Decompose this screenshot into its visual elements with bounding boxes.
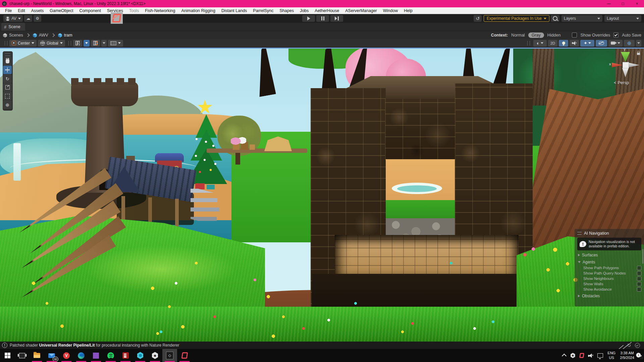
camera-dropdown[interactable] (608, 40, 623, 47)
menu-assets[interactable]: Assets (28, 8, 47, 13)
cloud-button[interactable]: ☁ (24, 15, 32, 22)
orientation-dropdown[interactable]: Global (38, 40, 65, 47)
menu-aetherhouse[interactable]: AetherHouse (312, 8, 342, 13)
settings-button[interactable]: ⚙ (34, 15, 41, 22)
gizmo-right-axis[interactable] (629, 63, 639, 67)
snap-increment-dropdown[interactable] (101, 40, 107, 47)
drag-handle[interactable] (527, 41, 530, 46)
layout-dropdown[interactable]: Layout (604, 15, 641, 22)
hand-tool-button[interactable] (3, 57, 12, 65)
rotate-tool-button[interactable]: ↻ (3, 74, 12, 83)
tab-scene[interactable]: # Scene (1, 23, 25, 31)
show-avoidance-checkbox[interactable] (637, 287, 641, 292)
lighting-toggle[interactable] (559, 40, 568, 47)
taskbar-edge[interactable] (74, 349, 89, 362)
hidden-objects-toggle[interactable] (596, 40, 607, 47)
taskbar-unity-hub[interactable]: ◆ (148, 349, 162, 362)
status-message[interactable]: Patched shader Universal Render Pipeline… (10, 343, 179, 348)
clock[interactable]: 3:38 AM2/9/2024 (620, 351, 634, 360)
step-button[interactable] (330, 15, 343, 22)
context-hidden[interactable]: Hidden (547, 33, 561, 38)
taskbar-vivaldi[interactable]: V (59, 349, 74, 362)
volume-muted-icon[interactable]: × (588, 353, 593, 358)
menu-aservermanager[interactable]: AServerManager (342, 8, 380, 13)
surfaces-foldout[interactable]: Surfaces (575, 251, 644, 258)
close-button[interactable]: × (630, 0, 644, 7)
pause-button[interactable] (316, 15, 329, 22)
auto-refresh-off-icon[interactable]: ↻ (627, 342, 631, 348)
context-normal[interactable]: Normal (511, 33, 525, 38)
gizmo-down-axis[interactable] (622, 68, 629, 77)
menu-shapes[interactable]: Shapes (276, 8, 297, 13)
pivot-mode-dropdown[interactable]: Center (9, 40, 37, 47)
lock-icon[interactable] (637, 53, 640, 55)
minimize-button[interactable]: — (602, 0, 616, 7)
menu-window[interactable]: Window (380, 8, 401, 13)
snap-increment-button[interactable] (91, 40, 100, 47)
show-walls-row[interactable]: Show Walls (575, 281, 644, 287)
start-button[interactable] (0, 349, 15, 362)
show-path-query-nodes-row[interactable]: Show Path Query Nodes (575, 270, 644, 276)
auto-save-checkbox[interactable] (613, 33, 619, 38)
audio-toggle[interactable]: × (570, 40, 579, 47)
play-button[interactable] (302, 15, 315, 22)
show-neighbours-checkbox[interactable] (637, 277, 641, 281)
progress-idle-icon[interactable] (635, 343, 640, 348)
gizmo-center-cube[interactable] (623, 62, 629, 68)
gizmos-options-dropdown[interactable] (636, 40, 641, 47)
agents-foldout[interactable]: Agents (575, 258, 644, 265)
transform-tool-button[interactable]: ⊕ (3, 101, 12, 109)
obstacles-foldout[interactable]: Obstacles (575, 292, 644, 299)
console-warning-icon[interactable]: ! (2, 343, 7, 348)
move-tool-button[interactable] (3, 66, 12, 74)
menu-help[interactable]: Help (401, 8, 416, 13)
palette-drag-handle[interactable] (3, 53, 12, 57)
gizmos-dropdown[interactable]: ⊕ (624, 40, 635, 47)
taskbar-mail[interactable]: 32 (44, 349, 59, 362)
2d-toggle[interactable]: 2D (548, 40, 557, 47)
taskbar-spotify[interactable] (103, 349, 118, 362)
perspective-toggle[interactable]: < Persp (614, 80, 629, 85)
task-view-button[interactable] (15, 349, 30, 362)
show-path-query-nodes-checkbox[interactable] (637, 271, 641, 276)
context-gray-selected[interactable]: Gray (528, 33, 544, 38)
drag-handle[interactable] (68, 41, 71, 46)
tray-unity-hub-icon[interactable]: ◆ (570, 353, 575, 358)
show-walls-checkbox[interactable] (637, 282, 641, 286)
layers-dropdown[interactable]: Layers (561, 15, 602, 22)
hidden-icons-chevron[interactable] (562, 354, 567, 358)
show-path-polygons-row[interactable]: Show Path Polygons (575, 265, 644, 270)
gizmo-x-axis[interactable] (612, 63, 623, 67)
show-avoidance-row[interactable]: Show Avoidance (575, 287, 644, 292)
menu-parrelsync[interactable]: ParrelSync (250, 8, 276, 13)
account-dropdown[interactable]: AV (3, 15, 23, 22)
show-neighbours-row[interactable]: Show Neighbours (575, 276, 644, 281)
undo-history-button[interactable]: ↺ (474, 15, 482, 22)
gizmo-y-axis[interactable] (621, 52, 630, 62)
menu-jobs[interactable]: Jobs (297, 8, 312, 13)
grid-snap-button[interactable]: Y (73, 40, 82, 47)
menu-gameobject[interactable]: GameObject (47, 8, 76, 13)
panel-drag-handle[interactable] (577, 232, 582, 235)
scale-tool-button[interactable] (3, 83, 12, 92)
grid-axis-dropdown[interactable] (84, 40, 90, 47)
menu-fish-networking[interactable]: Fish-Networking (142, 8, 178, 13)
menu-distant-lands[interactable]: Distant Lands (218, 8, 250, 13)
breadcrumb-scenes[interactable]: Scenes (9, 33, 23, 38)
taskbar-visual-studio[interactable] (89, 349, 103, 362)
experimental-packages-dropdown[interactable]: Experimental Packages In Use (484, 15, 549, 22)
search-button[interactable] (551, 15, 559, 22)
scene-viewport[interactable]: ↻ ⊕ y x < Persp AI Navigation ! Na (0, 49, 644, 342)
drag-handle[interactable] (5, 41, 7, 46)
taskbar-unity-editor-active[interactable]: ◇ (162, 349, 177, 362)
draw-mode-dropdown[interactable]: ◐ (533, 40, 547, 47)
tray-red-app-icon[interactable] (579, 353, 584, 358)
units-button[interactable] (108, 40, 123, 47)
breadcrumb-awv[interactable]: AWV (39, 33, 48, 38)
taskbar-davinci[interactable] (133, 349, 148, 362)
menu-tools[interactable]: Tools (126, 8, 142, 13)
menu-edit[interactable]: Edit (15, 8, 28, 13)
effects-dropdown[interactable]: ✦ (580, 40, 594, 47)
show-path-polygons-checkbox[interactable] (637, 266, 641, 270)
taskbar-file-explorer[interactable] (30, 349, 44, 362)
